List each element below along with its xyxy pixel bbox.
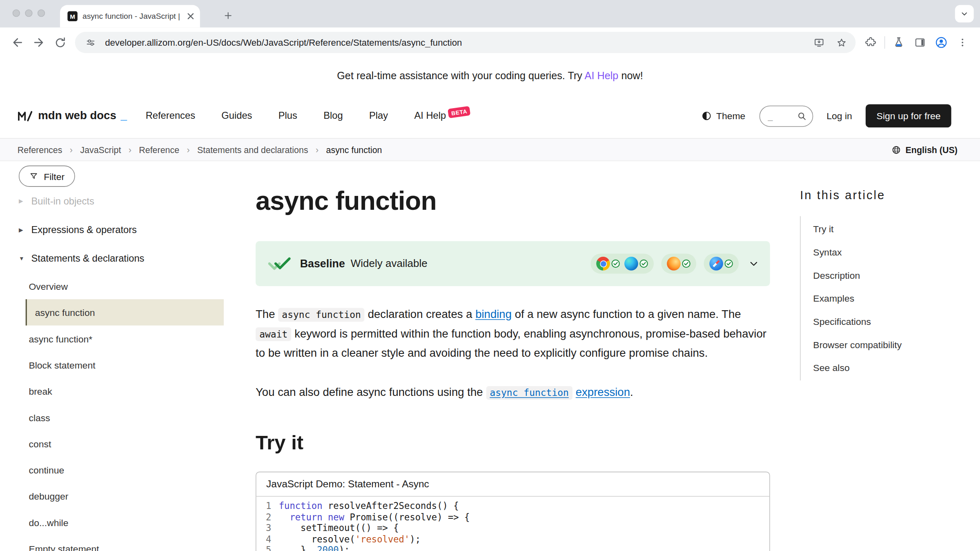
nav-item-ai-help[interactable]: AI HelpBETA [414, 110, 470, 122]
forward-button[interactable] [29, 33, 49, 53]
breadcrumb-item-async-function[interactable]: async function [326, 144, 382, 154]
code-line: 5 }, 2000); [256, 545, 770, 551]
site-info-button[interactable] [82, 34, 99, 51]
sidebar-section-statements-declarations[interactable]: ▼Statements & declarations [0, 244, 247, 273]
baseline-expand-chevron-icon[interactable] [749, 259, 759, 269]
signup-button[interactable]: Sign up for free [866, 104, 951, 128]
promo-text: Get real-time assistance with your codin… [337, 70, 643, 82]
breadcrumb-item-reference[interactable]: Reference [139, 144, 179, 154]
chevron-right-icon: ▶ [19, 227, 25, 233]
text-link-expression[interactable]: expression [576, 386, 630, 399]
sidebar-item-async-function[interactable]: async function* [0, 325, 247, 351]
sidebar-item-async-function[interactable]: async function [26, 299, 224, 325]
nav-item-label: Guides [221, 110, 252, 121]
experiments-button[interactable] [889, 33, 909, 53]
sidebar-item-overview[interactable]: Overview [0, 273, 247, 299]
sidebar-section-built-in-objects[interactable]: ▶Built-in objects [0, 187, 247, 216]
sidebar-item-do-while[interactable]: do...while [0, 509, 247, 535]
firefox-logo-icon [667, 257, 681, 271]
minimize-window-button[interactable] [25, 9, 32, 17]
sidebar-item-empty-statement[interactable]: Empty statement [0, 535, 247, 551]
mdn-logo[interactable]: mdn web docs_ [18, 109, 127, 122]
bookmark-button[interactable] [833, 34, 849, 51]
support-check-icon [724, 259, 733, 268]
demo-code-editor[interactable]: 1function resolveAfter2Seconds() {2 retu… [256, 497, 770, 551]
sidebar-section-label: Built-in objects [31, 196, 94, 207]
line-number: 3 [256, 523, 279, 534]
toc-item-specifications[interactable]: Specifications [801, 310, 969, 333]
nav-item-guides[interactable]: Guides [221, 110, 252, 122]
toc-item-see-also[interactable]: See also [801, 356, 969, 379]
search-input[interactable]: _ [759, 105, 813, 127]
close-window-button[interactable] [13, 9, 20, 17]
toc: In this article Try itSyntaxDescriptionE… [800, 161, 969, 380]
extensions-button[interactable] [861, 33, 881, 53]
nav-item-label: Blog [323, 110, 343, 121]
browser-menu-button[interactable] [953, 33, 973, 53]
code-line: 3 setTimeout(() => { [256, 523, 770, 534]
browser-support-pill [704, 253, 739, 273]
mdn-logo-text: mdn web docs [38, 109, 116, 122]
page-content: Filter ▶Built-in objects▶Expressions & o… [0, 161, 980, 551]
back-button[interactable] [7, 33, 27, 53]
install-button[interactable] [811, 34, 827, 51]
code-token: setTimeout(() => { [279, 523, 399, 533]
toc-item-try-it[interactable]: Try it [801, 218, 969, 241]
forward-icon [32, 36, 46, 49]
code-token: }, [279, 545, 317, 551]
sidebar-section-expressions-operators[interactable]: ▶Expressions & operators [0, 216, 247, 244]
search-icon[interactable] [797, 111, 806, 121]
breadcrumb-item-javascript[interactable]: JavaScript [80, 144, 121, 154]
login-link[interactable]: Log in [826, 111, 852, 121]
code-token: function [279, 501, 323, 511]
nav-item-play[interactable]: Play [369, 110, 388, 122]
sidebar-item-continue[interactable]: continue [0, 457, 247, 483]
code-token: ); [410, 534, 421, 544]
back-icon [11, 36, 24, 49]
theme-toggle-button[interactable]: Theme [701, 111, 745, 121]
nav-item-label: Play [369, 110, 388, 121]
text-link-binding[interactable]: binding [475, 308, 512, 321]
breadcrumb-item-statements-and-declarations[interactable]: Statements and declarations [197, 144, 308, 154]
browser-toolbar: developer.allizom.org/en-US/docs/Web/Jav… [0, 27, 980, 57]
new-tab-button[interactable] [219, 6, 238, 25]
browser-safari [709, 257, 733, 271]
chevron-down-icon: ▼ [19, 256, 25, 262]
toc-item-examples[interactable]: Examples [801, 287, 969, 310]
reload-button[interactable] [50, 33, 70, 53]
sidebar-item-block-statement[interactable]: Block statement [0, 352, 247, 378]
inline-code: async function [278, 308, 365, 322]
tab-search-button[interactable] [955, 5, 974, 22]
ai-help-link[interactable]: AI Help [585, 70, 619, 81]
browser-edge [624, 257, 648, 271]
sidebar-filter-button[interactable]: Filter [19, 166, 75, 187]
sidebar-item-break[interactable]: break [0, 378, 247, 404]
url-text[interactable]: developer.allizom.org/en-US/docs/Web/Jav… [105, 38, 804, 47]
code-token [279, 512, 290, 522]
address-bar[interactable]: developer.allizom.org/en-US/docs/Web/Jav… [75, 32, 856, 53]
toc-item-browser-compatibility[interactable]: Browser compatibility [801, 333, 969, 356]
globe-icon [891, 144, 901, 154]
tab-title: async function - JavaScript | [82, 12, 180, 20]
baseline-check-icon [268, 257, 291, 271]
nav-item-references[interactable]: References [146, 110, 195, 122]
language-switcher[interactable]: English (US) [891, 144, 958, 154]
toc-item-description[interactable]: Description [801, 264, 969, 287]
sidebar-section-label: Statements & declarations [31, 253, 145, 264]
sidebar-item-debugger[interactable]: debugger [0, 483, 247, 509]
nav-item-blog[interactable]: Blog [323, 110, 343, 122]
toc-item-syntax[interactable]: Syntax [801, 240, 969, 264]
side-panel-button[interactable] [910, 33, 930, 53]
tab-close-icon[interactable] [185, 11, 196, 22]
baseline-label: Baseline [300, 257, 345, 270]
profile-button[interactable] [931, 33, 951, 53]
browser-tab[interactable]: M async function - JavaScript | [60, 5, 200, 27]
plus-icon [223, 11, 233, 20]
sidebar-item-const[interactable]: const [0, 431, 247, 457]
zoom-window-button[interactable] [38, 9, 45, 17]
breadcrumb-item-references[interactable]: References [18, 144, 62, 154]
nav-item-plus[interactable]: Plus [278, 110, 297, 122]
article-paragraph-1: The async function declaration creates a… [256, 305, 770, 362]
sidebar-item-class[interactable]: class [0, 404, 247, 430]
code-link-async-function[interactable]: async function [486, 386, 572, 399]
